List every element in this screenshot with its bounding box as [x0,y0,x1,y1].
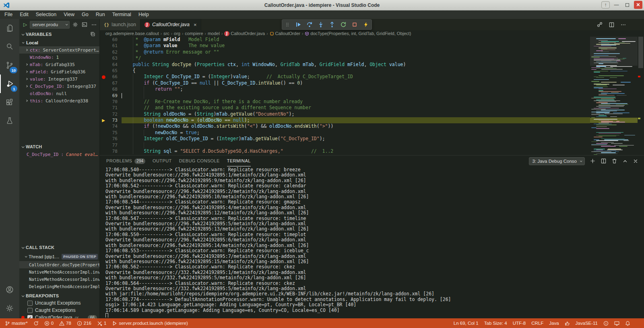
watch-expression-row[interactable]: C_DocType_ID: Cannot evaluate bec… [19,151,99,158]
status-utf-8[interactable]: UTF-8 [513,321,526,326]
gutter[interactable]: 63 [100,55,122,61]
stack-frame[interactable]: DelegatingMethodAccessorImpl.invok [19,283,99,290]
panel-tab-problems[interactable]: PROBLEMS294 [106,156,145,166]
status-warning[interactable]: 78 [59,321,71,326]
gutter[interactable]: 72 [100,111,122,117]
code-line-content[interactable]: return ""; [122,86,590,92]
gutter[interactable]: 76 [100,136,122,142]
breakpoint-row[interactable]: Caught Exceptions [19,307,99,314]
gutter[interactable]: 66 [100,74,122,80]
code-line[interactable]: 69 [100,93,590,99]
status-play-outline[interactable]: server.product.launch (idempiere) [112,321,188,326]
code-line[interactable]: 77 [100,142,590,148]
launch-config-select[interactable]: server.produ [30,21,70,29]
variable-row[interactable]: mField:GridField@336 [19,68,99,75]
gutter-margin[interactable] [100,93,107,99]
code-line[interactable]: 71 // and the existing source used a dif… [100,105,590,111]
status-javase-11[interactable]: JavaSE-11 [576,321,598,326]
code-line[interactable]: 64 public String docType (Properties ctx… [100,62,590,68]
menu-item-help[interactable]: Help [135,10,153,19]
variable-row[interactable]: ctx:ServerContextPropertiesWrap… [19,46,99,54]
close-tab-icon[interactable]: × [194,22,197,28]
collapse-all-icon[interactable] [90,31,95,37]
gutter[interactable]: 64 [100,62,122,68]
activity-item-source-control[interactable]: 10 [0,56,19,75]
chevron-up-icon[interactable] [622,158,628,164]
step-into-icon[interactable] [318,21,324,28]
gutter[interactable]: 65 [100,68,122,74]
menu-item-run[interactable]: Run [92,10,109,19]
step-out-icon[interactable] [329,21,335,28]
stack-frame[interactable]: NativeMethodAccessorImpl.invoke(Ob [19,276,99,283]
code-line[interactable]: 75 newDocNo = true; [100,130,590,136]
breadcrumb-item[interactable]: org.adempiere.base.callout [105,31,159,36]
variable-row[interactable]: oldDocNo:null [19,90,99,97]
gutter-margin[interactable] [100,136,107,142]
status-ln-69-col-1[interactable]: Ln 69, Col 1 [454,321,479,326]
code-line-content[interactable]: public String docType (Properties ctx, i… [122,62,590,68]
code-line-content[interactable]: boolean newDocNo = (oldDocNo == null); [122,117,590,123]
gutter[interactable]: 77 [100,142,122,148]
breakpoint-row[interactable]: Uncaught Exceptions [19,299,99,307]
breadcrumb-item[interactable]: org [174,31,180,36]
gutter-margin[interactable] [100,55,107,61]
code-line-content[interactable]: * @return Error message or "" [122,49,590,55]
activity-item-explorer[interactable] [0,19,19,37]
split-editor-icon[interactable] [609,22,615,28]
terminal-output[interactable]: 17:06:08.540-----------> ClassLocator.wa… [105,167,637,318]
gutter[interactable]: 69 [100,93,122,99]
gutter-margin[interactable] [100,99,107,105]
gutter-margin[interactable] [100,37,107,43]
panel-tab-debug-console[interactable]: DEBUG CONSOLE [179,156,220,166]
code-line-content[interactable]: Integer C_DocType_ID = (Integer)value; /… [122,74,590,80]
gutter[interactable]: 61 [100,43,122,49]
close-icon[interactable] [633,158,638,164]
variable-row[interactable]: this:CalloutOrder@338 [19,97,99,104]
variables-group-local[interactable]: Local [19,39,99,46]
status-info[interactable] [603,321,609,326]
code-line[interactable]: 72 String oldDocNo = (String)mTab.getVal… [100,111,590,117]
gutter-margin[interactable] [100,62,107,68]
code-line[interactable]: 74 if (!newDocNo && oldDocNo.startsWith(… [100,123,590,129]
gutter-margin[interactable] [100,49,107,55]
status-thumbs-up[interactable] [565,321,570,326]
restart-icon[interactable] [340,21,347,28]
gutter-margin[interactable] [100,142,107,148]
menu-item-edit[interactable]: Edit [16,10,32,19]
split-panel-icon[interactable] [601,158,607,164]
gutter-margin[interactable] [100,123,107,129]
gutter-margin[interactable] [100,43,107,49]
thread-row[interactable]: Thread [qtp108… PAUSED ON STEP [19,253,99,260]
code-line[interactable]: 62 * @return Error message or "" [100,49,590,55]
variables-section-header[interactable]: VARIABLES [19,30,99,38]
status-screen-share[interactable] [614,321,619,326]
status-bell[interactable] [625,321,630,326]
maximize-button[interactable] [623,1,632,9]
gutter[interactable]: 74 [100,123,122,129]
code-line[interactable]: 60 * @param mField Model Field [100,37,590,43]
status-error[interactable]: 0 [44,321,54,326]
status-java[interactable]: Java [549,321,559,326]
code-line-content[interactable]: String sql = "SELECT d.DocSubTypeSO,d.Ha… [122,148,590,154]
menu-item-terminal[interactable]: Terminal [109,10,135,19]
variable-row[interactable]: mTab:GridTab@335 [19,61,99,68]
stack-frame[interactable]: CalloutOrder.docType(Properties,in [19,261,99,268]
breadcrumb-item[interactable]: JCalloutOrder.java [224,31,265,36]
menu-item-file[interactable]: File [1,10,16,19]
continue-icon[interactable] [295,21,301,28]
code-line[interactable]: 67 if (C_DocType_ID == null || C_DocType… [100,80,590,86]
gutter[interactable]: 71 [100,105,122,111]
gutter[interactable]: 70 [100,99,122,105]
trash-icon[interactable] [611,158,617,164]
breakpoint-icon[interactable] [102,75,105,79]
code-line-content[interactable] [122,142,590,148]
gear-icon[interactable] [72,22,78,27]
code-line-content[interactable]: * @param mField Model Field [122,37,590,43]
activity-item-accounts[interactable] [0,280,19,299]
panel-tab-terminal[interactable]: TERMINAL [227,156,251,166]
gutter[interactable]: 62 [100,49,122,55]
gutter[interactable]: 67 [100,80,122,86]
hot-code-replace-icon[interactable] [363,21,369,28]
code-line[interactable]: 70 // Re-Create new DocNo, if there is a… [100,99,590,105]
breakpoint-checkbox[interactable] [27,308,33,313]
